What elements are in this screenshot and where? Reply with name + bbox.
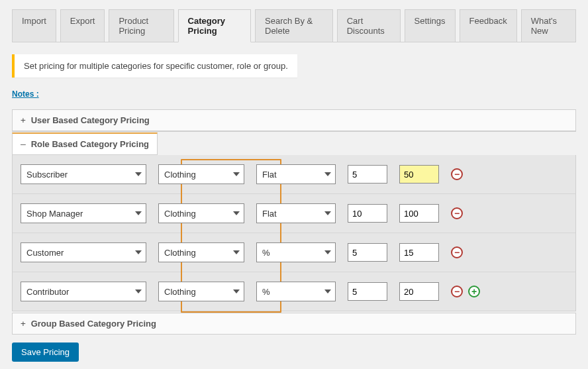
section-title: User Based Category Pricing [31,115,150,125]
value-input[interactable] [399,165,439,184]
category-select[interactable]: Clothing [158,203,244,223]
type-value: % [262,248,270,258]
category-select[interactable]: Clothing [158,282,244,301]
rule-row: Customer Clothing % − [13,233,575,272]
section-title: Role Based Category Pricing [31,139,149,149]
tab-feedback[interactable]: Feedback [460,9,517,42]
add-row-button[interactable]: + [468,286,480,297]
rule-row: Shop Manager Clothing Flat − [13,194,575,233]
role-value: Shop Manager [26,209,83,219]
remove-row-button[interactable]: − [451,246,463,258]
tab-whats-new[interactable]: What's New [521,9,576,42]
tab-cart-discounts[interactable]: Cart Discounts [337,9,401,42]
role-select[interactable]: Subscriber [21,164,146,184]
category-value: Clothing [164,248,196,258]
discount-type-select[interactable]: Flat [256,203,336,223]
role-rules-body: Subscriber Clothing Flat − Shop Man [12,155,576,311]
chevron-down-icon [135,172,142,176]
discount-type-select[interactable]: Flat [256,164,336,184]
notes-link[interactable]: Notes : [12,89,39,99]
min-qty-input[interactable] [348,243,387,262]
chevron-down-icon [324,211,331,215]
chevron-down-icon [135,211,142,215]
role-select[interactable]: Customer [21,242,146,262]
save-pricing-button[interactable]: Save Pricing [12,343,79,362]
remove-row-button[interactable]: − [451,286,463,297]
tab-category-pricing[interactable]: Category Pricing [178,9,251,42]
tab-import[interactable]: Import [12,9,56,42]
tab-settings[interactable]: Settings [405,9,456,42]
expand-icon: + [21,115,28,125]
expand-icon: + [21,319,28,329]
chevron-down-icon [324,172,331,176]
category-select[interactable]: Clothing [158,242,244,262]
role-select[interactable]: Shop Manager [21,203,146,223]
remove-row-button[interactable]: − [451,207,463,219]
category-value: Clothing [164,170,196,180]
min-qty-input[interactable] [348,165,387,184]
role-value: Subscriber [26,170,68,180]
category-select[interactable]: Clothing [158,164,244,184]
remove-row-button[interactable]: − [451,168,463,180]
chevron-down-icon [233,250,240,254]
chevron-down-icon [233,290,240,293]
type-value: Flat [262,170,277,180]
role-select[interactable]: Contributor [21,282,146,301]
section-group-based[interactable]: + Group Based Category Pricing [12,313,576,335]
tab-export[interactable]: Export [60,9,105,42]
chevron-down-icon [324,290,331,293]
min-qty-input[interactable] [348,282,387,301]
rule-row: Contributor Clothing % − + [13,272,575,311]
section-user-based[interactable]: + User Based Category Pricing [12,109,576,131]
chevron-down-icon [135,290,142,293]
notice-banner: Set pricing for multiple categories for … [12,54,297,78]
collapse-icon: – [21,139,28,149]
chevron-down-icon [233,211,240,215]
tab-search-delete[interactable]: Search By & Delete [255,9,333,42]
discount-type-select[interactable]: % [256,282,336,301]
value-input[interactable] [399,243,439,262]
role-value: Customer [26,248,64,258]
value-input[interactable] [399,204,439,223]
rule-row: Subscriber Clothing Flat − [13,155,575,194]
value-input[interactable] [399,282,439,301]
section-title: Group Based Category Pricing [31,319,156,329]
type-value: % [262,287,270,297]
chevron-down-icon [233,172,240,176]
tab-bar: Import Export Product Pricing Category P… [12,9,576,42]
tab-product-pricing[interactable]: Product Pricing [109,9,173,42]
discount-type-select[interactable]: % [256,242,336,262]
chevron-down-icon [324,250,331,254]
category-value: Clothing [164,209,196,219]
type-value: Flat [262,209,277,219]
category-value: Clothing [164,287,196,297]
section-role-based[interactable]: – Role Based Category Pricing [12,132,158,155]
role-value: Contributor [26,287,69,297]
chevron-down-icon [135,250,142,254]
min-qty-input[interactable] [348,204,387,223]
